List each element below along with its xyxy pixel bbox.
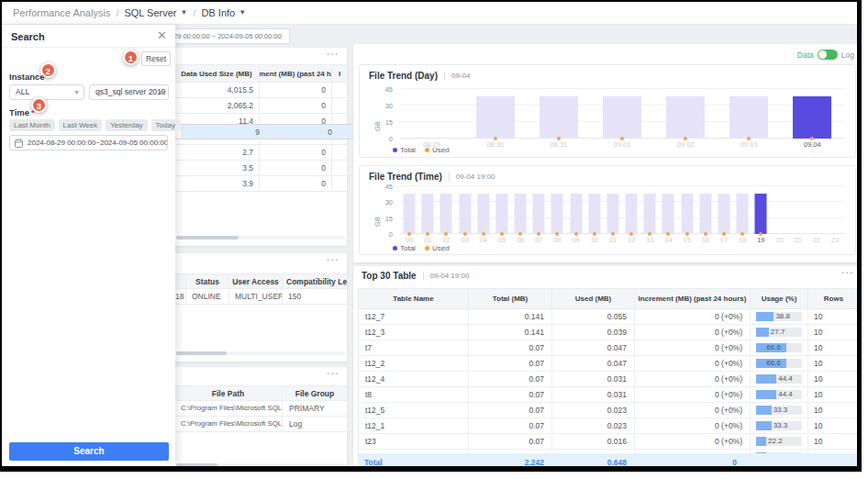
legend-item[interactable]: Total bbox=[393, 244, 416, 252]
column-header-clipped: I bbox=[332, 65, 347, 82]
column-header: Data Used Size (MB) bbox=[174, 65, 259, 82]
y-tick-label: 45 bbox=[385, 183, 393, 191]
usage-cell: 38.8 bbox=[751, 309, 808, 325]
preset-last-week[interactable]: Last Week bbox=[59, 119, 103, 131]
toggle-label-data[interactable]: Data bbox=[797, 50, 814, 60]
table-row[interactable]: 18 ONLINE MULTI_USER 150 bbox=[174, 289, 347, 305]
horizontal-scrollbar[interactable] bbox=[176, 463, 345, 467]
usage-bar: 66.6 bbox=[756, 343, 802, 352]
legend-item[interactable]: Used bbox=[425, 146, 450, 154]
used-dot bbox=[810, 137, 814, 140]
more-icon[interactable]: ··· bbox=[841, 267, 854, 278]
db-status-header: Status User Access Compatibility Level bbox=[174, 273, 347, 289]
bar-total bbox=[662, 194, 674, 234]
bar-slot bbox=[456, 186, 474, 234]
usage-bar: 33.3 bbox=[756, 421, 802, 430]
used-dot bbox=[557, 137, 561, 140]
x-tick-label: 18 bbox=[733, 236, 751, 244]
more-icon[interactable]: ··· bbox=[327, 49, 339, 60]
x-tick-label: 08 bbox=[548, 236, 566, 244]
table-row: t12_10.070.0230 (+0%)33.310 bbox=[359, 418, 860, 434]
legend-item[interactable]: Used bbox=[425, 244, 450, 252]
toggle-label-log[interactable]: Log bbox=[841, 50, 854, 60]
bar-slot bbox=[807, 186, 826, 234]
preset-today[interactable]: Today bbox=[151, 119, 180, 131]
chevron-down-icon: ▼ bbox=[158, 85, 164, 99]
x-tick-label: 09.01 bbox=[590, 140, 653, 149]
column-header: User Access bbox=[229, 273, 283, 289]
table-row: t70.070.0470 (+0%)66.610 bbox=[359, 340, 860, 356]
table-row[interactable]: 4,015.50 bbox=[174, 83, 347, 98]
table-row[interactable]: 3.90 bbox=[174, 176, 347, 192]
instance-select[interactable]: ALL▼ bbox=[9, 84, 84, 100]
table-row: t230.070.0160 (+0%)22.210 bbox=[359, 434, 860, 450]
time-range-input[interactable]: 2024-08-29 00:00:00~2024-09-05 00:00:00 bbox=[9, 135, 168, 150]
bar-slot bbox=[715, 186, 733, 234]
table-row: t12_40.070.0310 (+0%)44.410 bbox=[359, 372, 860, 387]
bar-total bbox=[666, 96, 705, 139]
bar-total bbox=[755, 194, 767, 234]
legend-label: Total bbox=[400, 244, 416, 252]
scrollbar-thumb[interactable] bbox=[176, 351, 227, 355]
bar-slot bbox=[781, 89, 844, 139]
used-dot bbox=[555, 232, 559, 236]
table-row[interactable]: 90 bbox=[174, 124, 354, 139]
bar-total bbox=[729, 96, 768, 139]
more-icon[interactable]: ··· bbox=[327, 368, 339, 379]
bar-slot bbox=[511, 186, 529, 234]
horizontal-scrollbar[interactable] bbox=[176, 236, 345, 240]
file-trend-day-chart: File Trend (Day)09-04 GB 0153045 08.2908… bbox=[359, 64, 856, 158]
table-row[interactable]: 2.70 bbox=[174, 145, 347, 161]
search-button[interactable]: Search bbox=[9, 442, 169, 461]
bar-slot bbox=[527, 89, 590, 139]
bar-slot bbox=[640, 186, 659, 234]
top30-card: Top 30 Table 09-04 19:00 ··· Table Name … bbox=[353, 266, 862, 472]
used-dot bbox=[747, 137, 751, 140]
vertical-scrollbar[interactable] bbox=[859, 288, 862, 435]
table-row[interactable]: C:\Program Files\Microsoft SQL ... Log bbox=[174, 417, 347, 432]
more-icon[interactable]: ··· bbox=[327, 254, 339, 265]
breadcrumb-db-info[interactable]: DB Info▼ bbox=[202, 7, 247, 18]
used-dot bbox=[759, 232, 762, 236]
bar-slot bbox=[696, 186, 715, 234]
table-row[interactable]: C:\Program Files\Microsoft SQL ... PRIMA… bbox=[174, 401, 347, 417]
db-usage-card: ··· Data Used Size (MB) Increment (MB) (… bbox=[174, 48, 347, 246]
data-log-toggle[interactable] bbox=[818, 50, 838, 60]
top-bar: Performance Analysis / SQL Server▼ / DB … bbox=[2, 2, 857, 25]
breadcrumb-sql-server[interactable]: SQL Server▼ bbox=[124, 7, 187, 18]
usage-value: 33.3 bbox=[773, 421, 788, 430]
legend-item[interactable]: Total bbox=[393, 146, 416, 154]
bar-total bbox=[644, 194, 656, 234]
column-header: Increment (MB) (past 24 hours) bbox=[260, 65, 331, 82]
usage-value: 38.8 bbox=[775, 312, 790, 321]
app-window: Performance Analysis / SQL Server▼ / DB … bbox=[0, 0, 862, 472]
y-tick-label: 30 bbox=[385, 198, 393, 206]
scrollbar-thumb[interactable] bbox=[176, 463, 217, 467]
bar-total bbox=[699, 194, 711, 234]
scrollbar-thumb[interactable] bbox=[176, 236, 239, 240]
reset-button[interactable]: Reset bbox=[141, 51, 171, 66]
bar-slot bbox=[718, 89, 781, 139]
breadcrumb-root[interactable]: Performance Analysis bbox=[13, 7, 110, 18]
bar-total bbox=[477, 194, 489, 234]
chart-legend: TotalUsed bbox=[393, 244, 450, 252]
scrollbar-thumb[interactable] bbox=[859, 290, 862, 373]
preset-yesterday[interactable]: Yesterday bbox=[106, 119, 147, 131]
used-dot bbox=[494, 137, 497, 140]
x-tick-label: 08.30 bbox=[463, 140, 527, 149]
preset-last-month[interactable]: Last Month bbox=[9, 119, 55, 131]
table-row[interactable]: 2,065.20 bbox=[174, 98, 347, 114]
usage-cell: 66.6 bbox=[751, 356, 808, 372]
column-header: Compatibility Level bbox=[283, 273, 347, 289]
column-header: File Path bbox=[174, 385, 283, 401]
table-row[interactable]: 3.50 bbox=[174, 161, 347, 176]
close-icon[interactable]: ✕ bbox=[157, 29, 167, 41]
x-tick-label: 03 bbox=[456, 236, 474, 244]
bar-total bbox=[540, 96, 578, 139]
horizontal-scrollbar[interactable] bbox=[176, 351, 345, 355]
table-row: t12_50.070.0230 (+0%)33.310 bbox=[359, 403, 860, 418]
x-tick-label: 02 bbox=[437, 236, 455, 244]
calendar-icon bbox=[15, 139, 23, 150]
bar-slot bbox=[659, 186, 677, 234]
instance-detail-select[interactable]: qs3_sql server 2019▼ bbox=[89, 84, 169, 100]
